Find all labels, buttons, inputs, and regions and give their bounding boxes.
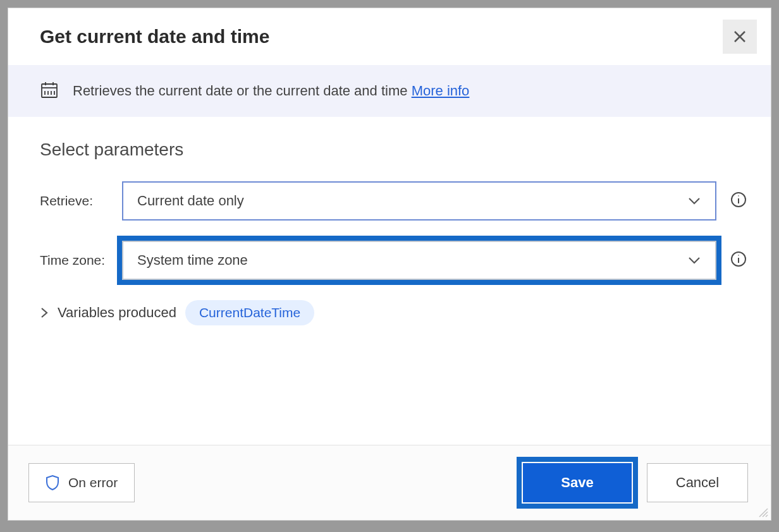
- cancel-button[interactable]: Cancel: [647, 463, 748, 502]
- info-text: Retrieves the current date or the curren…: [73, 83, 469, 99]
- close-button[interactable]: [723, 20, 757, 54]
- retrieve-info-icon[interactable]: [730, 191, 747, 210]
- on-error-label: On error: [68, 475, 118, 490]
- variables-produced-label: Variables produced: [58, 305, 176, 321]
- retrieve-dropdown[interactable]: Current date only: [122, 181, 716, 221]
- info-banner: Retrieves the current date or the curren…: [8, 65, 771, 117]
- footer-actions: Save Cancel: [523, 463, 748, 502]
- timezone-label: Time zone:: [40, 253, 122, 268]
- dialog-title: Get current date and time: [40, 26, 269, 47]
- save-button[interactable]: Save: [523, 463, 632, 502]
- chevron-right-icon: [40, 306, 49, 319]
- param-row-timezone: Time zone: System time zone: [40, 241, 739, 280]
- chevron-down-icon: [687, 196, 701, 205]
- svg-point-15: [738, 255, 739, 256]
- timezone-value: System time zone: [137, 252, 248, 269]
- retrieve-label: Retrieve:: [40, 193, 122, 209]
- info-description: Retrieves the current date or the curren…: [73, 83, 408, 99]
- dialog-get-current-datetime: Get current date and time Retrieves the …: [8, 8, 771, 521]
- svg-rect-2: [42, 84, 57, 97]
- dialog-footer: On error Save Cancel: [8, 445, 771, 520]
- info-icon: [730, 251, 747, 267]
- more-info-link[interactable]: More info: [412, 83, 470, 99]
- variable-chip[interactable]: CurrentDateTime: [185, 300, 314, 325]
- dialog-header: Get current date and time: [8, 8, 771, 65]
- on-error-button[interactable]: On error: [28, 463, 135, 502]
- retrieve-value: Current date only: [137, 193, 244, 209]
- svg-line-18: [766, 515, 768, 517]
- info-icon: [730, 191, 747, 208]
- close-icon: [733, 30, 747, 44]
- chevron-down-icon: [687, 256, 701, 265]
- variables-produced-row[interactable]: Variables produced CurrentDateTime: [40, 300, 739, 325]
- svg-point-12: [738, 195, 739, 196]
- shield-icon: [46, 475, 59, 491]
- resize-grip[interactable]: [757, 506, 768, 517]
- section-title: Select parameters: [40, 140, 739, 160]
- timezone-dropdown[interactable]: System time zone: [122, 241, 716, 280]
- calendar-icon: [40, 80, 59, 102]
- param-row-retrieve: Retrieve: Current date only: [40, 181, 739, 221]
- dialog-body: Select parameters Retrieve: Current date…: [8, 117, 771, 445]
- timezone-info-icon[interactable]: [730, 251, 747, 270]
